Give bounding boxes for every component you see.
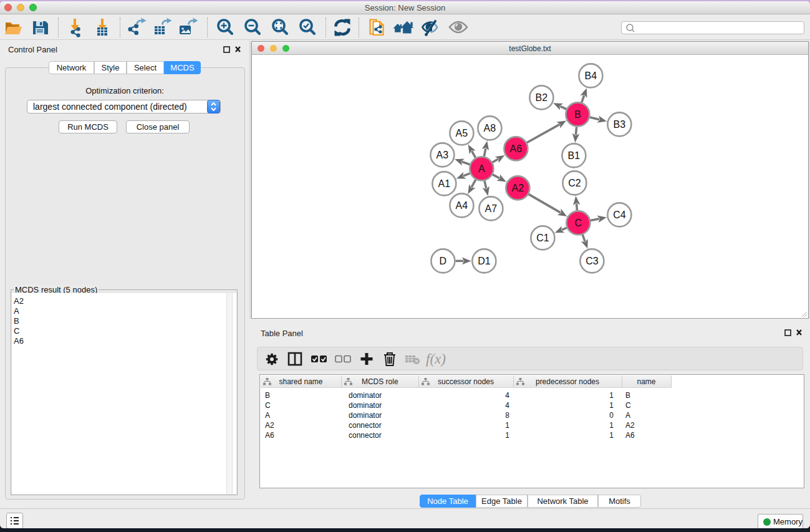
svg-text:A8: A8 — [484, 123, 496, 133]
svg-text:B2: B2 — [536, 92, 548, 103]
svg-text:C: C — [575, 218, 582, 228]
svg-text:A: A — [478, 163, 485, 174]
svg-text:f(x): f(x) — [426, 351, 446, 367]
svg-text:C1: C1 — [536, 233, 549, 243]
svg-text:A7: A7 — [485, 203, 498, 214]
svg-text:A4: A4 — [456, 200, 468, 211]
svg-text:B4: B4 — [585, 70, 597, 81]
svg-text:A6: A6 — [510, 143, 523, 154]
svg-text:B: B — [574, 109, 581, 120]
svg-text:C2: C2 — [568, 178, 581, 188]
svg-text:C4: C4 — [613, 210, 626, 220]
svg-text:D1: D1 — [478, 256, 491, 266]
svg-text:C3: C3 — [586, 256, 599, 266]
svg-text:D: D — [440, 256, 447, 266]
svg-text:B3: B3 — [614, 119, 626, 130]
svg-text:A5: A5 — [456, 128, 468, 138]
svg-text:A1: A1 — [438, 178, 451, 189]
svg-text:A2: A2 — [512, 183, 524, 193]
svg-text:B1: B1 — [568, 150, 581, 161]
svg-text:A3: A3 — [436, 150, 449, 160]
